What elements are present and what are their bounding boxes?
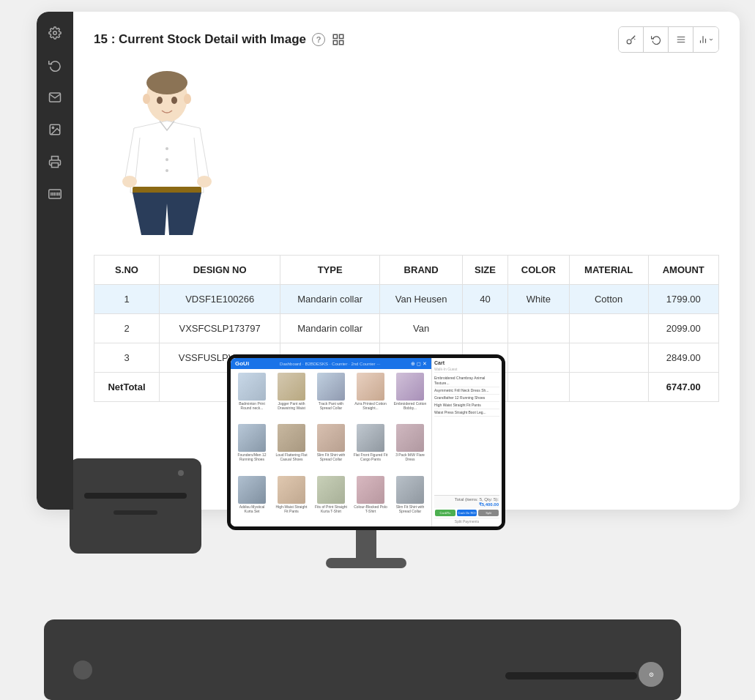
table-row[interactable]: 1VDSF1E100266Mandarin collarVan Heusen40… [94,285,719,314]
mini-cod-btn[interactable]: Cash On ROI [457,510,477,516]
printer-slot-1 [114,510,157,515]
svg-point-15 [627,40,631,44]
col-amount: AMOUNT [648,256,718,285]
svg-rect-13 [340,41,343,45]
mini-split-payments[interactable]: Split Payments [434,518,499,524]
col-brand: BRAND [380,256,463,285]
refresh-icon-btn[interactable] [644,27,669,52]
net-total-row: NetTotal6747.00 [94,373,719,402]
sidebar [37,12,73,510]
table-row[interactable]: 3VSSFUSLPV66421Mandarin collarVan2849.00 [94,343,719,373]
help-icon[interactable]: ? [312,33,325,46]
sidebar-icon-return[interactable] [45,56,64,75]
svg-point-23 [146,71,187,94]
svg-point-27 [197,176,212,187]
page-title-text: 15 : Current Stock Detail with Image [94,32,306,47]
col-sno: S.NO [94,256,160,285]
svg-point-0 [53,31,57,35]
chart-icon-btn[interactable] [693,27,718,52]
base-circle [73,660,92,679]
page-title: 15 : Current Stock Detail with Image ? [94,32,346,47]
base-logo: ⊙ [639,662,663,687]
table-row[interactable]: 2VXSFCSLP173797Mandarin collarVan2099.00 [94,314,719,343]
sidebar-icon-mail[interactable] [45,88,64,107]
mini-cash-btn[interactable]: Card/Rs [435,510,455,516]
svg-point-34 [165,169,168,172]
svg-rect-12 [340,34,343,38]
product-image-area [94,64,240,240]
stock-table: S.NO DESIGN NO TYPE BRAND SIZE COLOR MAT… [94,255,719,402]
content-area: 15 : Current Stock Detail with Image ? [73,12,740,417]
monitor-base [326,558,406,568]
toolbar-group [618,26,719,53]
svg-point-30 [143,94,150,104]
svg-point-26 [122,176,137,187]
pos-base-unit: ⊙ [44,619,681,700]
svg-point-32 [165,147,168,150]
grid-view-icon[interactable] [331,32,346,47]
col-material: MATERIAL [569,256,648,285]
monitor-neck [356,530,376,558]
svg-rect-14 [333,41,337,45]
sidebar-icon-barcode[interactable] [45,185,64,204]
mini-split-btn[interactable]: Split [478,510,499,516]
svg-rect-11 [333,34,337,38]
svg-point-29 [171,97,177,104]
sidebar-icon-image[interactable] [45,120,64,139]
svg-point-31 [184,94,191,104]
sidebar-icon-print[interactable] [45,152,64,171]
main-card: 15 : Current Stock Detail with Image ? [37,12,740,510]
col-type: TYPE [280,256,380,285]
col-design-no: DESIGN NO [160,256,280,285]
svg-point-2 [52,127,53,128]
key-icon-btn[interactable] [619,27,644,52]
sidebar-icon-settings[interactable] [45,23,64,42]
svg-point-33 [165,158,168,161]
branch-icon-btn[interactable] [669,27,693,52]
col-size: SIZE [463,256,508,285]
base-slot [505,672,637,679]
header-row: 15 : Current Stock Detail with Image ? [94,26,719,53]
col-color: COLOR [507,256,569,285]
header-icons [618,26,719,53]
svg-point-28 [157,97,163,104]
svg-rect-3 [52,163,59,168]
product-image [112,68,222,237]
main-container: 15 : Current Stock Detail with Image ? [0,0,755,700]
